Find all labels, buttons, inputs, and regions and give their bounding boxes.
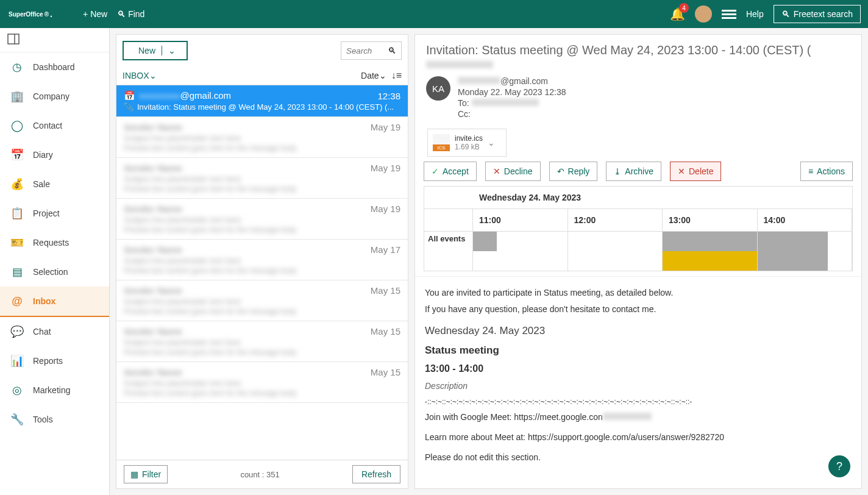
help-bubble[interactable]: ? — [828, 455, 850, 477]
accept-button[interactable]: ✓Accept — [424, 162, 477, 181]
item-sender: 📅xxxxxxxxx@gmail.com — [124, 90, 231, 101]
delete-button[interactable]: ✕Delete — [670, 162, 721, 181]
ics-icon: ICS — [433, 134, 450, 151]
sidebar-label: Contact — [33, 121, 62, 130]
sidebar-label: Chat — [33, 327, 51, 337]
inbox-item[interactable]: Sender NameMay 19Subject line placeholde… — [116, 199, 408, 240]
menu-icon[interactable] — [722, 7, 736, 21]
inbox-icon: @ — [10, 294, 24, 308]
item-sender: Sender Name — [124, 367, 182, 377]
tools-icon: 🔧 — [10, 412, 24, 427]
body-date: Wednesday 24. May 2023 — [425, 323, 852, 339]
search-input[interactable]: 🔍︎ — [341, 41, 402, 60]
sidebar-item-diary[interactable]: 📅Diary — [0, 140, 109, 169]
body-divider: -::~:~::~:~:~:~:~:~:~:~:~:~:~:~:~:~:~:~:… — [425, 396, 852, 407]
decline-button[interactable]: ✕Decline — [485, 162, 541, 181]
x-icon: ✕ — [678, 166, 685, 176]
sort-order-icon[interactable]: ↓≡ — [391, 70, 402, 81]
item-date: May 19 — [371, 204, 400, 214]
attachment[interactable]: ICS invite.ics1.69 kB ⌄ — [427, 129, 507, 157]
sidebar-item-inbox[interactable]: @Inbox — [0, 287, 109, 317]
sidebar-label: Diary — [33, 150, 53, 160]
item-date: May 19 — [371, 163, 400, 173]
item-subject: Subject line placeholder text here — [124, 338, 400, 347]
to-line: To: — [458, 98, 566, 108]
inbox-item[interactable]: Sender NameMay 15Subject line placeholde… — [116, 362, 408, 403]
chat-icon: 💬 — [10, 324, 24, 339]
body-noedit: Please do not edit this section. — [425, 451, 852, 464]
help-link[interactable]: Help — [746, 9, 764, 19]
actions-label: Actions — [817, 166, 845, 176]
item-subject: Subject line placeholder text here — [124, 256, 400, 265]
actions-button[interactable]: ≡Actions — [800, 162, 853, 181]
chevron-down-icon: ⌄ — [379, 71, 386, 80]
chevron-down-icon: ⌄ — [149, 71, 157, 80]
item-date: 12:38 — [377, 91, 400, 101]
topbar-right: 🔔 4 Help 🔍︎Freetext search — [670, 5, 861, 23]
sidebar-item-selection[interactable]: ▤Selection — [0, 257, 109, 287]
inbox-item[interactable]: 📅xxxxxxxxx@gmail.com12:38📎Invitation: St… — [116, 85, 408, 117]
search-icon: 🔍︎ — [117, 9, 126, 19]
folder-label: INBOX — [123, 71, 149, 80]
reply-label: Reply — [568, 166, 590, 176]
search-text[interactable] — [346, 46, 383, 55]
item-subject: Subject line placeholder text here — [124, 215, 400, 224]
project-icon: 📋 — [10, 206, 24, 221]
item-preview: Preview text content goes here for the m… — [124, 266, 400, 275]
sort-selector[interactable]: Date⌄ — [361, 71, 386, 80]
inbox-item[interactable]: Sender NameMay 15Subject line placeholde… — [116, 280, 408, 321]
sidebar-item-contact[interactable]: ◯Contact — [0, 111, 109, 140]
sidebar-item-tools[interactable]: 🔧Tools — [0, 405, 109, 434]
calendar-date: Wednesday 24. May 2023 — [424, 187, 852, 209]
find-button[interactable]: 🔍︎Find — [117, 9, 144, 19]
sidebar-item-reports[interactable]: 📊Reports — [0, 346, 109, 376]
item-preview: Preview text content goes here for the m… — [124, 307, 400, 316]
item-preview: Preview text content goes here for the m… — [124, 348, 400, 357]
item-preview: Preview text content goes here for the m… — [124, 226, 400, 234]
item-date: May 15 — [371, 367, 400, 377]
inbox-new-button[interactable]: New⌄ — [123, 41, 188, 60]
freetext-search[interactable]: 🔍︎Freetext search — [774, 5, 861, 23]
inbox-item[interactable]: Sender NameMay 19Subject line placeholde… — [116, 158, 408, 199]
new-button[interactable]: +New — [83, 9, 107, 19]
body-meet: Join with Google Meet: https://meet.goog… — [425, 411, 852, 424]
filter-button[interactable]: ▦Filter — [124, 465, 168, 483]
item-preview: Preview text content goes here for the m… — [124, 144, 400, 152]
notification-button[interactable]: 🔔 4 — [670, 7, 685, 21]
inbox-item[interactable]: Sender NameMay 15Subject line placeholde… — [116, 321, 408, 362]
check-icon: ✓ — [432, 166, 439, 176]
inbox-item[interactable]: Sender NameMay 19Subject line placeholde… — [116, 117, 408, 158]
sidebar-item-sale[interactable]: 💰Sale — [0, 169, 109, 199]
sidebar-item-company[interactable]: 🏢Company — [0, 82, 109, 111]
item-sender: Sender Name — [124, 326, 182, 337]
item-sender: Sender Name — [124, 122, 182, 132]
search-icon: 🔍︎ — [781, 9, 790, 19]
inbox-item[interactable]: Sender NameMay 17Subject line placeholde… — [116, 240, 408, 280]
sidebar-item-marketing[interactable]: ◎Marketing — [0, 376, 109, 405]
sidebar-item-requests[interactable]: 🎫Requests — [0, 228, 109, 257]
sidebar-item-chat[interactable]: 💬Chat — [0, 317, 109, 346]
hamburger-icon: ≡ — [808, 166, 813, 176]
marketing-icon: ◎ — [10, 383, 24, 397]
archive-label: Archive — [625, 166, 653, 176]
folder-selector[interactable]: INBOX⌄ — [123, 71, 157, 80]
reply-button[interactable]: ↶Reply — [549, 162, 598, 181]
archive-button[interactable]: ⤓Archive — [606, 162, 661, 181]
item-date: May 17 — [371, 244, 400, 255]
freetext-label: Freetext search — [794, 9, 853, 19]
reports-icon: 📊 — [10, 354, 24, 368]
sidebar-top-icon[interactable] — [0, 28, 109, 52]
sale-icon: 💰 — [10, 177, 24, 191]
inbox-list: 📅xxxxxxxxx@gmail.com12:38📎Invitation: St… — [116, 85, 408, 460]
refresh-button[interactable]: Refresh — [352, 465, 400, 483]
sidebar-item-dashboard[interactable]: ◷Dashboard — [0, 52, 109, 82]
chevron-down-icon: ⌄ — [162, 46, 176, 55]
item-preview: Preview text content goes here for the m… — [124, 185, 400, 193]
logo: SuperOffice®. — [7, 9, 52, 19]
topbar: SuperOffice®. +New 🔍︎Find 🔔 4 Help 🔍︎Fre… — [0, 0, 868, 28]
sidebar-item-project[interactable]: 📋Project — [0, 199, 109, 228]
logo-text: SuperOffice — [9, 11, 43, 18]
avatar[interactable] — [695, 5, 712, 23]
find-label: Find — [128, 9, 144, 19]
hour-14: 14:00 — [758, 209, 853, 231]
